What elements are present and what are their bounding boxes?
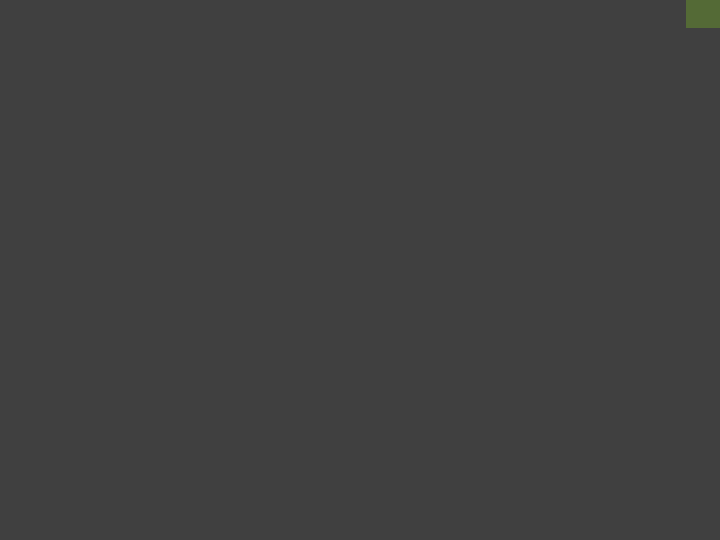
accent-corner <box>686 0 720 28</box>
